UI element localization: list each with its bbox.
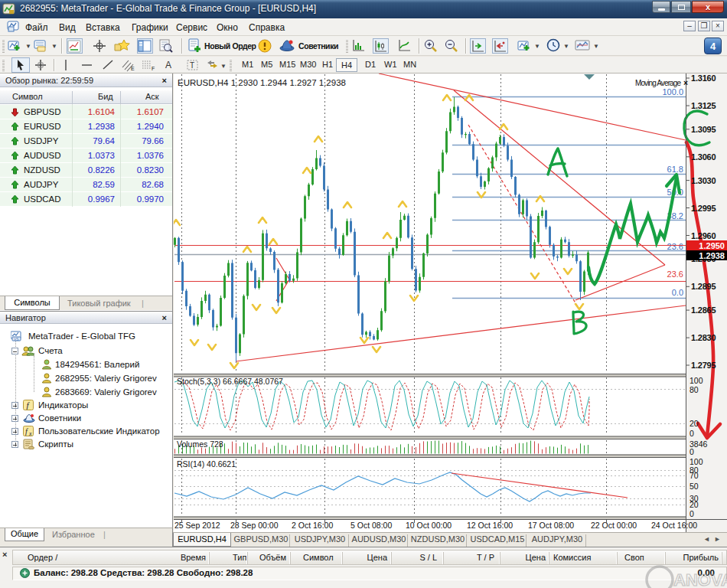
svg-text:×: × xyxy=(683,78,688,87)
svg-text:100.0: 100.0 xyxy=(662,87,683,96)
svg-text:1.2830: 1.2830 xyxy=(691,333,716,342)
svg-text:0: 0 xyxy=(690,429,694,438)
svg-text:1.3030: 1.3030 xyxy=(691,176,716,185)
svg-text:T: T xyxy=(190,61,194,70)
svg-text:Stoch(5,3,3) 66.6667 48.0767: Stoch(5,3,3) 66.6667 48.0767 xyxy=(177,377,283,386)
svg-text:22 Oct 00:00: 22 Oct 00:00 xyxy=(591,521,637,530)
svg-text:1.3095: 1.3095 xyxy=(691,125,716,134)
svg-text:23.6: 23.6 xyxy=(667,242,683,251)
svg-text:Moving Average: Moving Average xyxy=(635,79,681,87)
svg-text:25 Sep 2012: 25 Sep 2012 xyxy=(174,521,220,530)
svg-text:0: 0 xyxy=(690,447,694,456)
svg-text:VS: VS xyxy=(14,337,19,341)
svg-text:1.3060: 1.3060 xyxy=(691,152,716,162)
svg-text:20: 20 xyxy=(690,500,699,509)
svg-text:80: 80 xyxy=(690,385,699,394)
svg-text:1.2960: 1.2960 xyxy=(691,231,716,240)
svg-text:0.0: 0.0 xyxy=(672,288,683,297)
svg-text:5 Oct 08:00: 5 Oct 08:00 xyxy=(350,521,392,530)
svg-text:23.6: 23.6 xyxy=(667,270,683,279)
svg-text:0: 0 xyxy=(690,509,694,518)
svg-text:1.3125: 1.3125 xyxy=(691,101,716,110)
svg-text:1.2950: 1.2950 xyxy=(699,241,725,250)
svg-text:1.2938: 1.2938 xyxy=(699,251,725,260)
svg-text:1.2895: 1.2895 xyxy=(691,282,716,291)
svg-text:Volumes 728: Volumes 728 xyxy=(177,439,223,449)
svg-text:1.3160: 1.3160 xyxy=(691,74,716,83)
svg-text:50: 50 xyxy=(690,482,699,491)
svg-text:RSI(14) 40.6621: RSI(14) 40.6621 xyxy=(177,459,236,469)
svg-text:x: x xyxy=(28,430,32,436)
svg-text:EURUSD,H4 1.2930 1.2944 1.292: EURUSD,H4 1.2930 1.2944 1.2927 1.2938 xyxy=(178,78,346,87)
svg-text:28 Sep 00:00: 28 Sep 00:00 xyxy=(230,521,279,530)
svg-text:70: 70 xyxy=(690,471,699,480)
svg-text:1.2995: 1.2995 xyxy=(691,204,716,213)
svg-text:1.2795: 1.2795 xyxy=(691,361,716,370)
svg-text:100: 100 xyxy=(690,376,703,385)
svg-text:1.2865: 1.2865 xyxy=(691,305,716,315)
svg-text:E: E xyxy=(131,66,135,71)
svg-text:ANOVA: ANOVA xyxy=(673,570,727,588)
svg-text:F: F xyxy=(152,66,155,71)
svg-text:61.8: 61.8 xyxy=(667,165,683,174)
svg-text:17 Oct 08:00: 17 Oct 08:00 xyxy=(528,521,574,530)
svg-text:2 Oct 16:00: 2 Oct 16:00 xyxy=(292,521,333,530)
svg-text:24 Oct 16:00: 24 Oct 16:00 xyxy=(651,521,697,530)
svg-text:10 Oct 00:00: 10 Oct 00:00 xyxy=(406,521,452,530)
svg-text:20: 20 xyxy=(690,419,699,428)
svg-text:12 Oct 16:00: 12 Oct 16:00 xyxy=(467,521,513,530)
